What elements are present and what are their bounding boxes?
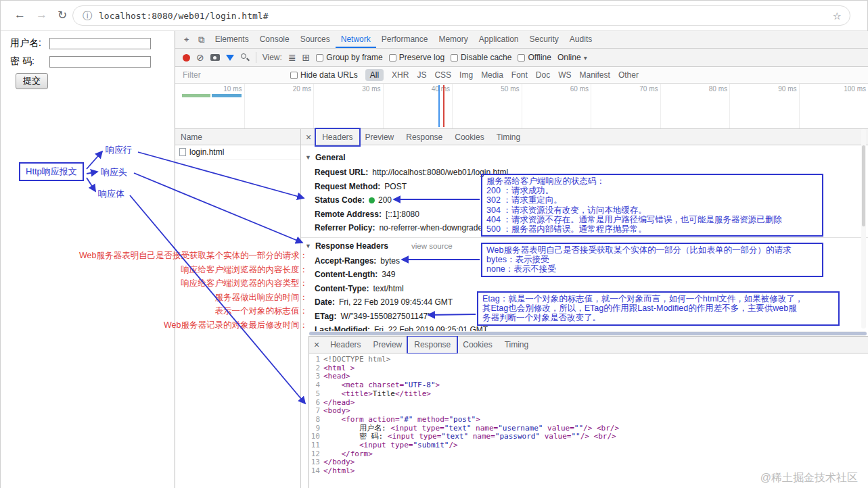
detail-tab-headers[interactable]: Headers (324, 337, 367, 353)
devtools-tab-sources[interactable]: Sources (295, 31, 336, 48)
group-by-frame-label: Group by frame (326, 53, 382, 62)
preserve-log-label: Preserve log (399, 53, 444, 62)
password-input[interactable] (49, 56, 151, 68)
reload-icon[interactable]: ↻ (58, 8, 67, 22)
view-grid-icon[interactable]: ⊞ (302, 52, 311, 63)
filter-type-css[interactable]: CSS (434, 70, 451, 80)
devtools-tab-security[interactable]: Security (524, 31, 564, 48)
device-toolbar-icon[interactable]: ⧉ (193, 34, 209, 45)
devtools-tab-elements[interactable]: Elements (210, 31, 254, 48)
url-text[interactable]: localhost:8080/web01/login.html# (99, 11, 268, 21)
filter-type-font[interactable]: Font (511, 70, 528, 80)
red-note: 表示一个对象的标志值： (21, 304, 308, 318)
devtools-tab-audits[interactable]: Audits (564, 31, 597, 48)
throttling-select[interactable]: Online ▾ (557, 53, 587, 62)
throttling-label: Online (557, 53, 581, 62)
filter-type-manifest[interactable]: Manifest (580, 70, 610, 80)
waterfall-bar-green (182, 94, 210, 97)
status-dot-icon (369, 197, 375, 203)
view-source-link[interactable]: view source (411, 242, 453, 250)
detail-tab-headers[interactable]: Headers (316, 129, 359, 145)
detail-tabs-top: HeadersPreviewResponseCookiesTiming (316, 129, 526, 145)
filter-type-js[interactable]: JS (417, 70, 426, 80)
search-icon[interactable] (240, 53, 250, 62)
browser-toolbar: ← → ↻ ⓘ localhost:8080/web01/login.html#… (1, 1, 867, 31)
hide-data-urls-checkbox[interactable] (290, 72, 298, 79)
close-icon[interactable]: × (309, 339, 324, 350)
detail-tab-response[interactable]: Response (408, 337, 457, 353)
detail-tab-cookies[interactable]: Cookies (457, 337, 498, 353)
detail-tab-preview[interactable]: Preview (367, 337, 409, 353)
devtools-tab-memory[interactable]: Memory (433, 31, 473, 48)
timeline-column: 30 ms (314, 84, 384, 128)
page-info-icon[interactable]: ⓘ (83, 10, 92, 22)
offline-label: Offline (528, 53, 551, 62)
group-by-frame-option[interactable]: Group by frame (316, 53, 382, 62)
view-list-icon[interactable]: ≣ (288, 52, 296, 63)
vertical-scrollbar-thumb[interactable] (862, 145, 865, 226)
timeline-column: 70 ms (591, 84, 661, 128)
detail-tab-preview[interactable]: Preview (359, 129, 401, 145)
inspect-element-icon[interactable]: ⌖ (179, 34, 193, 45)
note-line: 304 ：请求资源没有改变，访问本地缓存。 (486, 205, 818, 215)
filter-type-ws[interactable]: WS (558, 70, 571, 80)
filter-funnel-icon[interactable] (226, 55, 234, 61)
disable-cache-checkbox[interactable] (451, 54, 458, 62)
url-bar[interactable]: ⓘ localhost:8080/web01/login.html# ☆ (72, 5, 850, 26)
disable-cache-option[interactable]: Disable cache (451, 53, 511, 62)
filter-type-doc[interactable]: Doc (536, 70, 550, 80)
header-value: text/html (373, 284, 403, 293)
timeline-column: 20 ms (245, 84, 315, 128)
timeline-column: 90 ms (730, 84, 800, 128)
header-key: Request URL: (315, 168, 368, 177)
timeline-column: 50 ms (453, 84, 522, 128)
filter-type-xhr[interactable]: XHR (392, 70, 409, 80)
timeline-tick-label: 40 ms (432, 85, 450, 93)
detail-tab-timing[interactable]: Timing (490, 129, 527, 145)
offline-option[interactable]: Offline (518, 53, 551, 62)
request-row[interactable]: login.html (175, 145, 300, 160)
bookmark-star-icon[interactable]: ☆ (833, 10, 842, 22)
detail-tab-response[interactable]: Response (400, 129, 449, 145)
chevron-down-icon: ▾ (584, 54, 587, 62)
filter-type-img[interactable]: Img (459, 70, 473, 80)
filter-input[interactable] (183, 70, 283, 80)
filter-type-other[interactable]: Other (618, 70, 639, 80)
group-by-frame-checkbox[interactable] (316, 54, 323, 62)
toolbar-separator (256, 52, 256, 63)
devtools-tab-performance[interactable]: Performance (376, 31, 434, 48)
timeline-column: 40 ms (384, 84, 453, 128)
preserve-log-checkbox[interactable] (389, 54, 396, 62)
detail-tab-timing[interactable]: Timing (499, 337, 535, 353)
name-column-header[interactable]: Name (175, 129, 300, 145)
filter-type-media[interactable]: Media (481, 70, 503, 80)
username-input[interactable] (49, 38, 151, 49)
domcontentloaded-marker (438, 85, 440, 127)
close-icon[interactable]: × (301, 132, 316, 143)
code-line: 5 <title>Title</title> (309, 390, 868, 399)
note-line: 务器判断一个对象是否改变了。 (482, 313, 834, 322)
capture-screenshots-icon[interactable] (210, 54, 220, 61)
header-value: [::1]:8080 (386, 210, 419, 219)
header-value: 200 (378, 195, 392, 205)
devtools-tab-application[interactable]: Application (474, 31, 524, 48)
record-icon[interactable] (183, 54, 190, 62)
hide-data-urls-option[interactable]: Hide data URLs (290, 70, 358, 80)
red-note: 响应给客户端浏览器的内容长度： (21, 263, 308, 277)
devtools-tab-console[interactable]: Console (254, 31, 295, 48)
detail-tab-cookies[interactable]: Cookies (449, 129, 490, 145)
clear-icon[interactable]: ⊘ (196, 52, 204, 63)
forward-icon[interactable]: → (36, 8, 47, 22)
header-value: no-referrer-when-downgrade (379, 223, 482, 233)
general-section-header[interactable]: ▼ General (301, 151, 868, 164)
header-value: W/"349-1550827501147" (340, 312, 430, 321)
devtools-tab-network[interactable]: Network (336, 31, 376, 48)
code-line: 6</head> (309, 399, 868, 408)
filter-type-all[interactable]: All (365, 69, 384, 81)
document-icon (179, 148, 186, 156)
horizontal-scrollbar-thumb[interactable] (309, 332, 867, 335)
offline-checkbox[interactable] (518, 54, 525, 62)
preserve-log-option[interactable]: Preserve log (389, 53, 444, 62)
submit-button[interactable]: 提交 (16, 73, 48, 89)
back-icon[interactable]: ← (14, 8, 26, 22)
